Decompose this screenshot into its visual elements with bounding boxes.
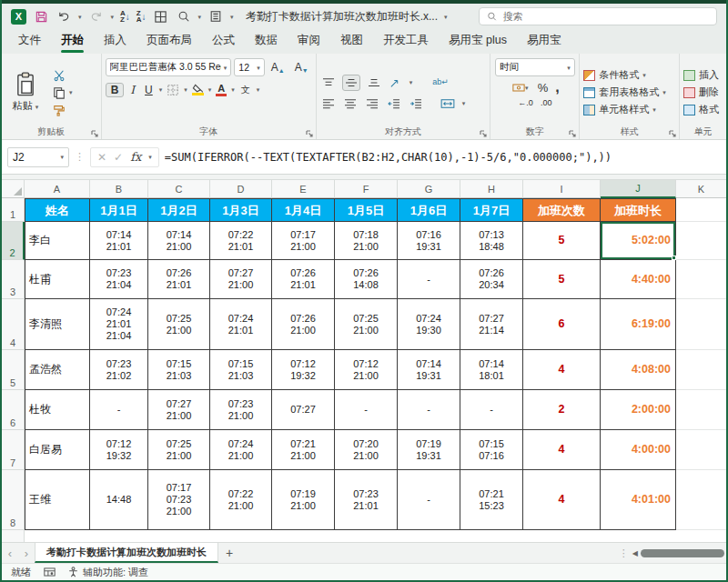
column-header-g[interactable]: G [398,180,460,198]
copy-button[interactable]: ▾ [53,86,73,99]
column-header-c[interactable]: C [148,180,210,198]
fill-color-button[interactable] [190,82,206,97]
empty-cell[interactable] [676,299,726,350]
qat-customize-icon[interactable]: ▾ [230,14,234,20]
find-chevron-icon[interactable]: ▾ [198,14,202,20]
merge-chevron-icon[interactable]: ▾ [462,100,466,106]
percent-style-button[interactable]: % [538,81,549,95]
number-dialog-launcher[interactable] [569,130,576,137]
formula-input[interactable]: =SUM(IFERROR(--TEXT(TEXTAFTER(B2:H2,CHAR… [165,151,612,164]
cell-time-6-2[interactable]: 07:27 21:00 [148,390,210,430]
merge-center-icon[interactable] [439,96,457,111]
cell-time-4-7[interactable]: 07:27 21:14 [460,299,523,350]
cell-time-4-2[interactable]: 07:25 21:00 [148,299,210,350]
cell-time-4-3[interactable]: 07:24 21:01 [210,299,272,350]
cell-count-7[interactable]: 4 [523,430,601,470]
italic-button[interactable]: I [126,83,138,97]
decrease-font-size-button[interactable]: A▼ [291,60,312,75]
decrease-decimal-button[interactable]: .00 [541,98,552,107]
header-cell-9[interactable]: 加班时长 [601,198,676,222]
cell-time-7-5[interactable]: 07:20 21:00 [335,430,398,470]
column-header-e[interactable]: E [272,180,335,198]
menu-tab-9[interactable]: 易用宝 plus [440,29,516,54]
cell-time-2-4[interactable]: 07:17 21:00 [272,222,335,260]
header-cell-2[interactable]: 1月2日 [148,198,210,222]
sort-ascending-icon[interactable]: AZ↓ [120,10,130,23]
cell-time-5-3[interactable]: 07:15 21:03 [210,350,272,390]
cell-count-8[interactable]: 4 [523,470,601,530]
align-left-icon[interactable] [320,96,337,111]
cell-name-5[interactable]: 孟浩然 [25,350,90,390]
header-cell-6[interactable]: 1月6日 [398,198,460,222]
cell-time-6-7[interactable]: - [460,390,523,430]
cell-time-7-6[interactable]: 07:19 19:31 [398,430,460,470]
cell-duration-2[interactable]: 5:02:00 [601,222,676,260]
accessibility-status[interactable]: 辅助功能: 调查 [68,566,148,579]
styles-dialog-launcher[interactable] [669,130,676,137]
cell-time-5-1[interactable]: 07:23 21:02 [90,350,148,390]
tabbar-dots-icon[interactable]: ⋮ [619,547,629,559]
form-icon[interactable] [207,8,224,25]
menu-tab-2[interactable]: 插入 [95,29,136,54]
cell-name-6[interactable]: 杜牧 [25,390,90,430]
top-align-icon[interactable] [320,75,337,90]
bold-button[interactable]: B [106,83,125,97]
cell-time-6-6[interactable]: - [398,390,460,430]
save-icon[interactable] [33,8,49,25]
search-input[interactable] [503,11,709,22]
column-header-k[interactable]: K [676,180,726,198]
cell-time-2-1[interactable]: 07:14 21:01 [90,222,148,260]
font-color-chevron-icon[interactable]: ▾ [231,86,235,93]
menu-tab-6[interactable]: 审阅 [288,29,329,54]
borders-button[interactable] [165,82,181,98]
prev-sheet-icon[interactable]: ‹ [2,543,18,563]
macro-record-icon[interactable] [44,567,56,577]
underline-button[interactable]: U [141,83,157,97]
cell-count-2[interactable]: 5 [523,222,601,260]
empty-cell[interactable] [676,350,726,390]
confirm-entry-icon[interactable]: ✓ [114,151,123,164]
row-header-7[interactable]: 7 [2,430,25,470]
empty-cell[interactable] [676,390,726,430]
menu-tab-7[interactable]: 视图 [331,29,372,54]
cell-time-2-5[interactable]: 07:18 21:00 [335,222,398,260]
cell-count-6[interactable]: 2 [523,390,601,430]
row-header-4[interactable]: 4 [2,299,25,350]
cell-time-2-7[interactable]: 07:13 18:48 [460,222,523,260]
column-header-b[interactable]: B [90,180,148,198]
redo-chevron-icon[interactable]: ▾ [111,14,115,20]
underline-chevron-icon[interactable]: ▾ [159,86,163,93]
cell-time-8-3[interactable]: 07:22 21:00 [210,470,272,530]
header-cell-5[interactable]: 1月5日 [335,198,398,222]
cut-button[interactable] [53,69,73,82]
paste-button[interactable]: 粘贴 ▾ [5,58,46,126]
scroll-left-icon[interactable]: ◀ [632,549,638,557]
cell-time-8-6[interactable]: - [398,470,460,530]
menu-tab-1[interactable]: 开始 [52,29,93,54]
undo-chevron-icon[interactable]: ▾ [78,14,82,20]
select-all-corner[interactable] [2,180,25,198]
fill-color-chevron-icon[interactable]: ▾ [208,86,212,93]
cell-time-3-3[interactable]: 07:27 21:00 [210,260,272,299]
cell-time-3-5[interactable]: 07:26 14:08 [335,260,398,299]
align-right-icon[interactable] [364,96,380,111]
undo-button[interactable] [56,8,72,25]
comma-style-button[interactable]: , [555,79,559,95]
cell-time-5-6[interactable]: 07:14 19:31 [398,350,460,390]
decrease-indent-icon[interactable] [386,96,402,111]
number-format-select[interactable]: 时间▾ [495,58,575,76]
fx-chevron-icon[interactable]: ▾ [148,154,152,160]
cell-time-2-3[interactable]: 07:22 21:01 [210,222,272,260]
row-header-1[interactable]: 1 [2,198,25,222]
orientation-icon[interactable] [388,75,404,90]
cell-time-4-6[interactable]: 07:24 19:30 [398,299,460,350]
add-sheet-button[interactable]: + [218,543,240,563]
delete-cells-button[interactable]: 删除 [683,85,723,99]
column-header-i[interactable]: I [523,180,601,198]
cell-time-8-5[interactable]: 07:23 21:01 [335,470,398,530]
align-center-icon[interactable] [342,96,359,111]
cell-name-2[interactable]: 李白 [25,222,90,260]
cell-time-4-1[interactable]: 07:24 21:01 21:04 [90,299,148,350]
cell-time-3-7[interactable]: 07:26 20:34 [460,260,523,299]
cell-time-4-4[interactable]: 07:26 21:00 [272,299,335,350]
